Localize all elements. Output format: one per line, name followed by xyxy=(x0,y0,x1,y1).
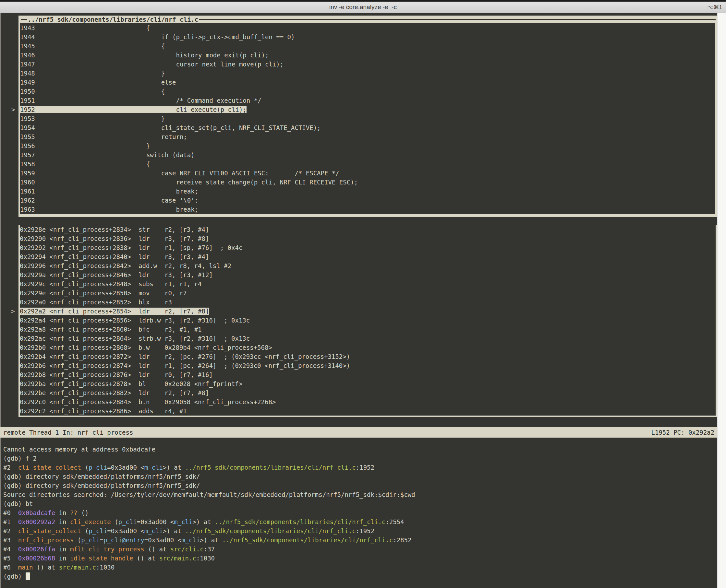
gdb-status-bar: remote Thread 1 In: nrf_cli_process L195… xyxy=(0,427,718,438)
console-text-segment: p_cli xyxy=(88,527,107,534)
console-text-segment: = xyxy=(100,537,103,544)
asm-line: 0x29294 <nrf_cli_process+2840> ldr r3, [… xyxy=(20,252,715,261)
asm-line: 0x2929c <nrf_cli_process+2848> subs r1, … xyxy=(20,279,715,289)
current-line-highlight: 1952 cli_execute(p_cli); xyxy=(20,106,246,113)
source-window-title-row: ../nrf5_sdk/components/libraries/cli/nrf… xyxy=(19,16,717,23)
console-text-segment: ( xyxy=(81,527,88,534)
source-line: 1949 else xyxy=(20,78,715,87)
asm-line: 0x29296 <nrf_cli_process+2842> add.w r2,… xyxy=(20,261,715,270)
console-text-segment: :1030 xyxy=(96,564,115,571)
console-text-segment: ../nrf5_sdk/components/libraries/cli/nrf… xyxy=(185,464,356,471)
console-text-segment: ( xyxy=(74,537,81,544)
console-text-segment: (gdb) directory sdk/embedded/platforms/n… xyxy=(3,473,200,480)
console-text-segment: >) at xyxy=(163,464,185,471)
asm-line: 0x2929a <nrf_cli_process+2846> ldr r3, [… xyxy=(20,270,715,279)
console-text-segment: p_cli xyxy=(118,518,137,525)
console-line: #6 main () at src/main.c:1030 xyxy=(3,563,718,572)
window-title: inv -e core.analyze -e -c xyxy=(329,4,397,11)
console-text-segment: ../nrf5_sdk/components/libraries/cli/nrf… xyxy=(215,518,385,525)
current-line-highlight: 0x292a2 <nrf_cli_process+2854> ldr r2, [… xyxy=(20,308,209,315)
console-text-segment: p_cli@entry xyxy=(103,537,144,544)
source-line: 1950 { xyxy=(20,87,715,96)
console-line: #1 0x000292a2 in cli_execute (p_cli=0x3a… xyxy=(3,517,718,526)
titlebar[interactable]: inv -e core.analyze -e -c ⌥⌘1 xyxy=(0,0,726,13)
asm-line: 0x292a8 <nrf_cli_process+2860> bfc r3, #… xyxy=(20,325,715,334)
source-line: 1963 break; xyxy=(20,205,715,214)
console-text-segment: 0x0badcafe xyxy=(18,509,55,517)
source-line: 1947 cursor_next_line_move(p_cli); xyxy=(20,60,715,69)
source-line: 1956 } xyxy=(20,141,715,150)
console-line: Cannot access memory at address 0xbadcaf… xyxy=(3,445,718,454)
console-text-segment: m_cli xyxy=(174,518,193,525)
console-text-segment: :1030 xyxy=(196,554,215,562)
console-text-segment: idle_state_handle xyxy=(70,554,133,562)
console-text-segment: #5 xyxy=(3,554,18,562)
asm-line: >0x292a2 <nrf_cli_process+2854> ldr r2, … xyxy=(20,307,715,316)
source-line: 1959 case NRF_CLI_VT100_ASCII_ESC: /* ES… xyxy=(20,169,715,177)
console-text-segment: ../nrf5_sdk/components/libraries/cli/nrf… xyxy=(185,527,356,534)
source-line: 1954 cli_state_set(p_cli, NRF_CLI_STATE_… xyxy=(20,123,715,132)
asm-line: 0x292a4 <nrf_cli_process+2856> ldrb.w r3… xyxy=(20,316,715,325)
console-text-segment: p_cli xyxy=(88,464,107,471)
console-text-segment: cli_state_collect xyxy=(18,464,81,471)
terminal-window: inv -e core.analyze -e -c ⌥⌘1 ../nrf5_sd… xyxy=(0,0,726,588)
source-window: ../nrf5_sdk/components/libraries/cli/nrf… xyxy=(19,16,717,217)
source-line: 1951 /* Command execution */ xyxy=(20,96,715,105)
console-line: (gdb) f 2 xyxy=(3,454,718,463)
console-text-segment: src/cli.c xyxy=(170,546,204,553)
console-text-segment: #1 xyxy=(3,518,18,525)
console-text-segment: :1952 xyxy=(356,527,374,534)
source-line: 1957 switch (data) xyxy=(20,150,715,160)
console-line: (gdb) xyxy=(3,572,718,581)
console-line: #4 0x00026ffa in mflt_cli_try_process ()… xyxy=(3,545,718,554)
console-text-segment: m_cli xyxy=(144,527,163,534)
console-text-segment: Source directories searched: /Users/tyle… xyxy=(3,491,415,498)
asm-line: 0x292c0 <nrf_cli_process+2884> b.n 0x290… xyxy=(20,397,715,406)
tab-shortcut-label: ⌥⌘1 xyxy=(707,4,722,11)
console-text-segment: p_cli xyxy=(81,537,100,544)
console-line: #2 cli_state_collect (p_cli=0x3ad00 <m_c… xyxy=(3,463,718,472)
console-text-segment: #0 xyxy=(3,509,18,517)
border-line xyxy=(199,19,715,20)
console-text-segment: 0x00026ffa xyxy=(18,546,55,553)
current-line-marker: > xyxy=(11,307,15,316)
gdb-console[interactable]: Cannot access memory at address 0xbadcaf… xyxy=(0,438,718,588)
asm-line: 0x292ba <nrf_cli_process+2878> bl 0x2e02… xyxy=(20,379,715,388)
console-line: #2 cli_state_collect (p_cli=0x3ad00 <m_c… xyxy=(3,526,718,536)
console-text-segment: main xyxy=(18,564,33,571)
terminal-scrollbar[interactable] xyxy=(717,13,726,588)
source-line: 1960 receive_state_change(p_cli, NRF_CLI… xyxy=(20,177,715,187)
console-text-segment: src/main.c xyxy=(159,554,196,562)
console-text-segment: >) at xyxy=(163,527,185,534)
console-text-segment: ../nrf5_sdk/components/libraries/cli/nrf… xyxy=(222,537,393,544)
border-line xyxy=(21,19,27,20)
console-line: (gdb) bt xyxy=(3,499,718,508)
console-line: #0 0x0badcafe in ?? () xyxy=(3,508,718,517)
console-text-segment: #2 xyxy=(3,527,18,534)
console-text-segment: in xyxy=(55,546,70,553)
console-text-segment: ( xyxy=(111,518,118,525)
asm-line: 0x292ac <nrf_cli_process+2864> strb.w r3… xyxy=(20,334,715,343)
asm-line: 0x292b0 <nrf_cli_process+2868> b.w 0x289… xyxy=(20,343,715,352)
console-text-segment: m_cli xyxy=(144,464,163,471)
source-line: 1945 { xyxy=(20,41,715,50)
source-line: >1952 cli_execute(p_cli); xyxy=(20,105,715,114)
console-text-segment: >) at xyxy=(193,518,215,525)
console-text-segment: :2554 xyxy=(385,518,404,525)
console-text-segment: () at xyxy=(33,564,59,571)
console-text-segment: () at xyxy=(144,546,170,553)
asm-line: 0x2928e <nrf_cli_process+2834> str r2, [… xyxy=(20,225,715,234)
console-text-segment: (gdb) directory sdk/embedded/platforms/n… xyxy=(3,482,200,489)
terminal-cursor[interactable] xyxy=(26,572,30,580)
console-text-segment: mflt_cli_try_process xyxy=(70,546,144,553)
console-text-segment: () at xyxy=(133,554,159,562)
console-text-segment: >) at xyxy=(200,537,222,544)
console-text-segment: in xyxy=(55,518,70,525)
console-text-segment: src/main.c xyxy=(59,564,96,571)
source-line: 1944 if (p_cli->p_ctx->cmd_buff_len == 0… xyxy=(20,33,715,41)
console-text-segment: =0x3ad00 < xyxy=(137,518,174,525)
console-text-segment: ( xyxy=(81,464,88,471)
console-text-segment: (gdb) f 2 xyxy=(3,455,37,462)
console-text-segment: Cannot access memory at address 0xbadcaf… xyxy=(3,446,155,453)
source-line: 1962 case '\0': xyxy=(20,196,715,205)
